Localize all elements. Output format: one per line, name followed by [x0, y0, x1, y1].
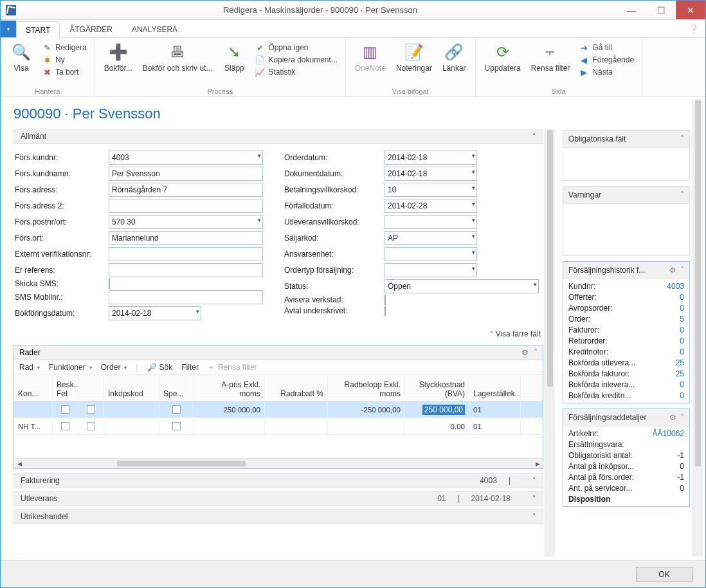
tab-analyze[interactable]: ANALYSERA: [122, 21, 187, 37]
dropdown-icon[interactable]: ▾: [472, 152, 475, 159]
fasttab-utrikeshandel[interactable]: Utrikeshandel ˅: [14, 509, 543, 524]
ribbon-visa[interactable]: 🔍 Visa: [6, 41, 37, 74]
fasttab-fakturering[interactable]: Fakturering 4003| ˅: [14, 473, 543, 488]
col-styckkostnad[interactable]: Styckkostnad(BVA): [405, 375, 469, 401]
ribbon-onenote[interactable]: ▥OneNote: [351, 41, 390, 74]
dropdown-icon[interactable]: ▾: [472, 217, 475, 223]
dropdown-icon[interactable]: ▾: [472, 169, 475, 175]
dropdown-icon[interactable]: ▾: [472, 201, 475, 207]
input-er-ref[interactable]: [109, 263, 263, 277]
factbox-hist-row[interactable]: Kreditnotor:0: [568, 347, 684, 356]
factbox-vertical-scrollbar[interactable]: [692, 99, 703, 556]
checkbox-avtal-underskrivet[interactable]: [385, 306, 386, 316]
ribbon-lankar[interactable]: 🔗Länkar: [439, 41, 470, 74]
main-vertical-scrollbar[interactable]: [545, 129, 555, 556]
scrollbar-thumb[interactable]: [117, 461, 246, 466]
factbox-hist-row[interactable]: Offerter:0: [568, 293, 684, 302]
rader-row-2[interactable]: NH T... 0,00 01: [14, 418, 543, 435]
ribbon-uppdatera[interactable]: ⟳Uppdatera: [481, 41, 525, 74]
dropdown-icon[interactable]: ▾: [196, 308, 199, 315]
ribbon-noteringar[interactable]: 📝Noteringar: [392, 41, 436, 74]
rader-horizontal-scrollbar[interactable]: ◀ ▶: [14, 458, 543, 468]
file-tab[interactable]: ▾: [1, 21, 16, 37]
col-inkopskod[interactable]: Inköpskod: [104, 375, 159, 401]
input-fors-kundnamn[interactable]: [109, 167, 263, 181]
factbox-forsaljningshistorik[interactable]: Försäljningshistorik f...⚙˄: [563, 262, 689, 279]
rader-row-1[interactable]: 250 000,00 -250 000,00 250 000,00 01: [14, 401, 543, 418]
input-ext-ver[interactable]: [109, 247, 263, 261]
rader-tb-sok[interactable]: 🔎Sök: [147, 363, 173, 372]
input-forfallodatum[interactable]: [385, 199, 477, 213]
ribbon-foregaende[interactable]: ◀Föregående: [576, 54, 637, 66]
scrollbar-thumb[interactable]: [547, 130, 553, 387]
input-bokforingsdatum[interactable]: [109, 306, 201, 320]
rader-tb-filter[interactable]: Filter: [181, 363, 199, 372]
row2-chk3[interactable]: [172, 422, 181, 430]
factbox-hist-row[interactable]: Returorder:0: [568, 336, 684, 345]
row1-chk1[interactable]: [61, 405, 69, 414]
close-button[interactable]: ✕: [676, 1, 705, 19]
row1-chk2[interactable]: [87, 405, 95, 414]
maximize-button[interactable]: ☐: [646, 1, 676, 19]
input-fors-adress[interactable]: [109, 183, 263, 197]
input-ordertyp[interactable]: [385, 263, 477, 277]
input-fors-ort[interactable]: [109, 231, 263, 245]
factbox-obligatoriska[interactable]: Obligatoriska fält˄: [563, 131, 689, 148]
ribbon-redigera[interactable]: ✎Redigera: [39, 42, 89, 53]
dropdown-icon[interactable]: ▾: [258, 217, 261, 223]
dropdown-icon[interactable]: ▾: [258, 152, 261, 159]
scroll-left-icon[interactable]: ◀: [14, 459, 24, 468]
col-radbelopp[interactable]: Radbelopp Exkl.moms: [328, 375, 405, 401]
factbox-hist-row[interactable]: Fakturor:0: [568, 326, 684, 335]
input-utlevvillkor[interactable]: [385, 215, 477, 229]
scrollbar-thumb[interactable]: [695, 100, 701, 466]
dropdown-icon[interactable]: ▾: [472, 233, 475, 239]
minimize-button[interactable]: —: [617, 1, 646, 19]
factbox-forsaljningsraddetaljer[interactable]: Försäljningsraddetaljer⚙˄: [563, 409, 689, 427]
col-lagerstalle[interactable]: Lagerställek...: [469, 375, 521, 401]
dropdown-icon[interactable]: ▾: [534, 281, 537, 288]
factbox-hist-row[interactable]: Avropsorder:0: [568, 304, 684, 313]
ribbon-rensa-filter[interactable]: ⫟Rensa filter: [527, 41, 574, 74]
col-besk[interactable]: Besk...Fet: [53, 375, 78, 401]
dropdown-icon[interactable]: ▾: [472, 265, 475, 271]
input-fors-postnrort[interactable]: [109, 215, 263, 229]
checkbox-skicka-sms[interactable]: [109, 279, 110, 289]
ribbon-slapp[interactable]: ➘Släpp: [219, 41, 249, 74]
input-dokumentdatum[interactable]: [385, 167, 477, 181]
ribbon-statistik[interactable]: 📈Statistik: [252, 66, 339, 78]
gear-icon[interactable]: ⚙: [521, 348, 529, 357]
factbox-hist-row[interactable]: Order:5: [568, 315, 684, 324]
ribbon-gatill[interactable]: ➔Gå till: [576, 42, 637, 53]
input-sms-mobilnr[interactable]: [109, 290, 263, 304]
ribbon-ny[interactable]: ✸Ny: [39, 54, 89, 66]
col-kon[interactable]: Kon...: [14, 375, 53, 401]
fasttab-allmant[interactable]: Allmänt ˄: [14, 129, 543, 144]
col-blank[interactable]: [78, 375, 104, 401]
input-fors-kundnr[interactable]: [109, 151, 263, 165]
input-saljarkod[interactable]: [385, 231, 477, 245]
ribbon-tabort[interactable]: ✖Ta bort: [39, 66, 89, 78]
tab-start[interactable]: START: [16, 21, 60, 38]
rader-tb-order[interactable]: Order▾: [101, 363, 127, 372]
input-orderdatum[interactable]: [385, 151, 477, 165]
input-betvillkor[interactable]: [385, 183, 477, 197]
ribbon-nasta[interactable]: ▶Nästa: [576, 66, 637, 78]
gear-icon[interactable]: ⚙: [669, 266, 676, 275]
selected-cell-styckkostnad[interactable]: 250 000,00: [422, 405, 465, 415]
factbox-disposition[interactable]: Disposition: [568, 495, 684, 504]
factbox-varningar[interactable]: Varningar˄: [563, 187, 689, 204]
factbox-hist-row[interactable]: Bokförda utlevera...25: [568, 358, 684, 367]
factbox-hist-row[interactable]: Bokförda fakturor:25: [568, 369, 684, 378]
checkbox-avisera-verkstad[interactable]: [385, 295, 386, 305]
tab-actions[interactable]: ÅTGÄRDER: [60, 21, 122, 37]
ribbon-kopiera[interactable]: 📄Kopiera dokument...: [252, 54, 339, 66]
col-apris[interactable]: A-pris Exkl.moms: [194, 375, 265, 401]
row2-chk1[interactable]: [61, 422, 69, 430]
help-button[interactable]: ❔: [688, 24, 699, 34]
rader-tb-rad[interactable]: Rad▾: [19, 363, 40, 372]
factbox-raddetalj-row[interactable]: Artikelnr:ÅÅ10062: [568, 429, 684, 438]
show-fewer-fields[interactable]: ˄Visa färre fält: [14, 326, 543, 342]
col-radrabatt[interactable]: Radrabatt %: [265, 375, 328, 401]
row1-chk3[interactable]: [172, 405, 181, 414]
